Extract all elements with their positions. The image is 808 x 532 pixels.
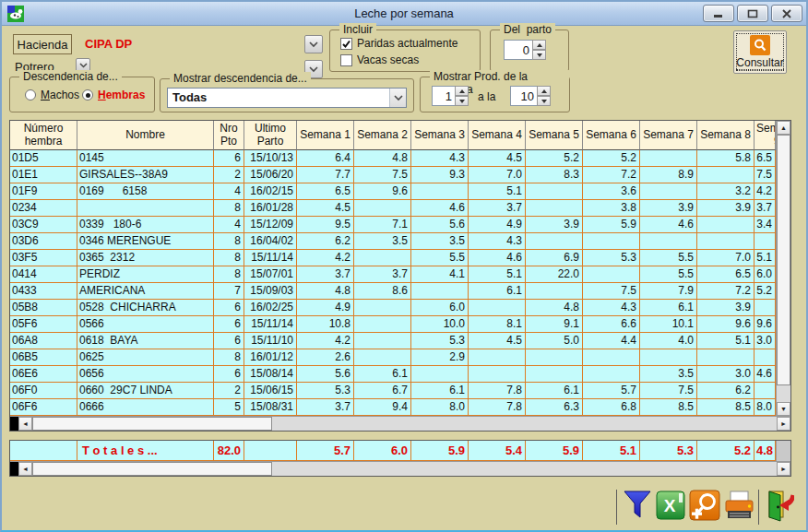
grid-cell-semana[interactable]: 6.5 bbox=[755, 150, 776, 167]
grid-cell-semana[interactable]: 4.0 bbox=[640, 333, 697, 349]
grid-cell-hembra[interactable]: 06F6 bbox=[10, 399, 77, 416]
grid-cell-semana[interactable]: 4.1 bbox=[411, 266, 469, 283]
grid-cell-semana[interactable]: 4.6 bbox=[640, 217, 697, 233]
grid-cell-semana[interactable]: 4.9 bbox=[469, 217, 526, 233]
semana-desde-value[interactable]: 1 bbox=[432, 86, 455, 106]
scroll-right-button[interactable]: ► bbox=[777, 462, 790, 476]
grid-cell-pto[interactable]: 6 bbox=[214, 316, 244, 333]
grid-cell-pto[interactable]: 8 bbox=[214, 200, 244, 217]
grid-cell-semana[interactable]: 6.0 bbox=[411, 300, 469, 316]
grid-cell-parto[interactable]: 15/12/09 bbox=[244, 217, 297, 233]
grid-cell-nombre[interactable]: 0365 2312 bbox=[77, 250, 214, 266]
grid-cell-pto[interactable]: 8 bbox=[214, 233, 244, 250]
spin-down-button[interactable] bbox=[532, 50, 546, 60]
zoom-records-icon[interactable] bbox=[689, 490, 720, 524]
scroll-right-button[interactable]: ► bbox=[777, 417, 790, 431]
grid-cell-semana[interactable]: 3.0 bbox=[697, 366, 755, 383]
checkbox-vacas-secas[interactable]: Vacas secas bbox=[340, 53, 419, 66]
grid-cell-pto[interactable]: 7 bbox=[214, 283, 244, 300]
scroll-down-button[interactable]: ▼ bbox=[777, 402, 790, 416]
grid-cell-hembra[interactable]: 0234 bbox=[10, 200, 77, 217]
grid-cell-pto[interactable]: 2 bbox=[214, 167, 244, 183]
grid-cell-semana[interactable] bbox=[469, 366, 526, 383]
grid-cell-semana[interactable]: 9.3 bbox=[411, 167, 469, 183]
grid-cell-hembra[interactable]: 06F0 bbox=[10, 383, 77, 399]
grid-cell-nombre[interactable]: AMERICANA bbox=[77, 283, 214, 300]
grid-cell-nombre[interactable]: 0169 6158 bbox=[77, 183, 214, 200]
grid-cell-semana[interactable]: 6.6 bbox=[583, 316, 640, 333]
grid-cell-semana[interactable] bbox=[411, 366, 469, 383]
grid-cell-pto[interactable]: 8 bbox=[214, 266, 244, 283]
radio-machos[interactable]: Machos bbox=[25, 89, 79, 101]
grid-cell-pto[interactable]: 4 bbox=[214, 183, 244, 200]
semana-hasta-value[interactable]: 10 bbox=[510, 86, 537, 106]
grid-cell-parto[interactable]: 15/11/14 bbox=[244, 250, 297, 266]
grid-cell-parto[interactable]: 16/01/12 bbox=[244, 349, 297, 366]
grid-cell-semana[interactable] bbox=[697, 349, 755, 366]
grid-cell-semana[interactable]: 4.9 bbox=[297, 300, 354, 316]
grid-cell-semana[interactable]: 9.6 bbox=[697, 316, 755, 333]
scroll-up-button[interactable]: ▲ bbox=[777, 121, 790, 135]
semana-hasta-spinner[interactable]: 10 bbox=[510, 86, 551, 106]
grid-cell-semana[interactable]: 4.6 bbox=[469, 250, 526, 266]
grid-cell-nombre[interactable]: 0528 CHICHARRA bbox=[77, 300, 214, 316]
grid-cell-semana[interactable]: 4.6 bbox=[755, 366, 776, 383]
vertical-scroll-track[interactable] bbox=[777, 385, 790, 402]
grid-cell-semana[interactable]: 3.7 bbox=[297, 266, 354, 283]
grid-cell-semana[interactable] bbox=[354, 349, 411, 366]
grid-cell-semana[interactable]: 9.1 bbox=[526, 316, 583, 333]
grid-cell-nombre[interactable]: 0660 29C7 LINDA bbox=[77, 383, 214, 399]
grid-cell-nombre[interactable]: 0625 bbox=[77, 349, 214, 366]
grid-cell-semana[interactable]: 8.0 bbox=[411, 399, 469, 416]
grid-cell-semana[interactable]: 6.1 bbox=[526, 383, 583, 399]
grid-cell-nombre[interactable]: 0618 BAYA bbox=[77, 333, 214, 349]
grid-cell-semana[interactable] bbox=[354, 200, 411, 217]
grid-cell-semana[interactable] bbox=[640, 349, 697, 366]
grid-cell-semana[interactable] bbox=[411, 183, 469, 200]
grid-cell-semana[interactable]: 3.7 bbox=[297, 399, 354, 416]
grid-cell-hembra[interactable]: 0414 bbox=[10, 266, 77, 283]
combo-dropdown-button-1[interactable] bbox=[304, 35, 323, 53]
grid-cell-hembra[interactable]: 0433 bbox=[10, 283, 77, 300]
grid-cell-semana[interactable]: 5.2 bbox=[583, 150, 640, 167]
spin-down-button[interactable] bbox=[455, 96, 469, 106]
del-parto-spinner[interactable]: 0 bbox=[504, 40, 546, 60]
grid-row[interactable]: 01E1GIRSALES--38A9215/06/207.77.59.37.08… bbox=[10, 167, 776, 183]
grid-cell-semana[interactable]: 8.1 bbox=[469, 316, 526, 333]
grid-cell-nombre[interactable]: 0566 bbox=[77, 316, 214, 333]
grid-cell-semana[interactable]: 2.6 bbox=[297, 349, 354, 366]
grid-cell-hembra[interactable]: 01D5 bbox=[10, 150, 77, 167]
grid-cell-semana[interactable]: 5.1 bbox=[697, 333, 755, 349]
grid-cell-semana[interactable]: 4.8 bbox=[526, 300, 583, 316]
grid-cell-parto[interactable]: 15/11/10 bbox=[244, 333, 297, 349]
grid-cell-semana[interactable]: 10.8 bbox=[297, 316, 354, 333]
grid-cell-semana[interactable]: 8.9 bbox=[640, 167, 697, 183]
grid-cell-parto[interactable]: 15/11/14 bbox=[244, 316, 297, 333]
grid-cell-parto[interactable]: 15/06/20 bbox=[244, 167, 297, 183]
grid-cell-semana[interactable]: 10.0 bbox=[411, 316, 469, 333]
grid-cell-semana[interactable]: 22.0 bbox=[526, 266, 583, 283]
grid-cell-pto[interactable]: 4 bbox=[214, 217, 244, 233]
grid-cell-semana[interactable]: 4.2 bbox=[755, 183, 776, 200]
horizontal-scrollbar[interactable]: ◄ ► bbox=[10, 416, 790, 431]
grid-cell-semana[interactable] bbox=[583, 233, 640, 250]
minimize-button[interactable] bbox=[703, 5, 734, 22]
grid-row[interactable]: 0414PERDIZ815/07/013.73.74.15.122.05.56.… bbox=[10, 266, 776, 283]
grid-cell-semana[interactable]: 8.3 bbox=[526, 167, 583, 183]
grid-cell-parto[interactable]: 15/06/15 bbox=[244, 383, 297, 399]
grid-cell-parto[interactable]: 15/08/31 bbox=[244, 399, 297, 416]
grid-cell-parto[interactable]: 15/10/13 bbox=[244, 150, 297, 167]
grid-cell-semana[interactable]: 5.3 bbox=[411, 333, 469, 349]
grid-row[interactable]: 0433AMERICANA715/09/034.88.66.17.57.97.2… bbox=[10, 283, 776, 300]
grid-cell-semana[interactable]: 5.7 bbox=[583, 383, 640, 399]
grid-cell-semana[interactable]: 7.0 bbox=[469, 167, 526, 183]
filter-icon[interactable] bbox=[623, 490, 652, 524]
grid-cell-semana[interactable]: 5.3 bbox=[297, 383, 354, 399]
grid-cell-semana[interactable]: 8.5 bbox=[640, 399, 697, 416]
grid-cell-semana[interactable]: 5.1 bbox=[755, 250, 776, 266]
grid-row[interactable]: 06F00660 29C7 LINDA215/06/155.36.76.17.8… bbox=[10, 383, 776, 399]
grid-cell-semana[interactable]: 3.2 bbox=[697, 183, 755, 200]
grid-cell-semana[interactable]: 3.9 bbox=[697, 200, 755, 217]
grid-cell-semana[interactable]: 3.9 bbox=[697, 300, 755, 316]
semana-desde-spinner[interactable]: 1 bbox=[432, 86, 469, 106]
